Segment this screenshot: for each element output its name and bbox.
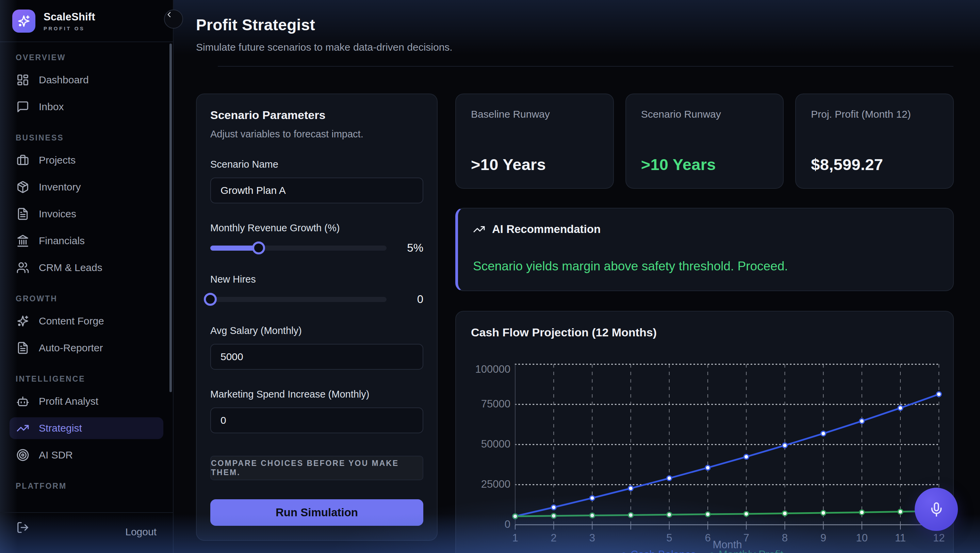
stat-value: $8,599.27: [811, 155, 938, 174]
file-icon: [16, 207, 29, 220]
svg-text:3: 3: [589, 532, 595, 544]
sidebar-section-label: PLATFORM: [16, 481, 163, 491]
cash-flow-chart-card: Cash Flow Projection (12 Months) 0250005…: [455, 311, 954, 553]
params-subtitle: Adjust variables to forecast impact.: [210, 129, 423, 140]
ai-recommendation-card: AI Recommendation Scenario yields margin…: [455, 208, 954, 291]
new-hires-slider-thumb[interactable]: [204, 293, 217, 306]
sidebar-section-business: BUSINESSProjectsInventoryInvoicesFinanci…: [10, 133, 163, 278]
sidebar-item-dashboard[interactable]: Dashboard: [10, 69, 163, 91]
svg-text:25000: 25000: [481, 478, 511, 490]
logout-button[interactable]: Logout: [10, 521, 163, 543]
sidebar-section-label: BUSINESS: [16, 133, 163, 143]
svg-text:0: 0: [504, 518, 511, 530]
sidebar-item-invoices[interactable]: Invoices: [10, 203, 163, 225]
sidebar-item-ai-sdr[interactable]: AI SDR: [10, 444, 163, 466]
svg-text:100000: 100000: [476, 363, 511, 375]
page-subtitle: Simulate future scenarios to make data-d…: [196, 41, 980, 53]
scenario-parameters-card: Scenario Parameters Adjust variables to …: [196, 94, 438, 541]
app-tagline: PROFIT OS: [43, 25, 95, 31]
sidebar-nav: OVERVIEWDashboardInboxBUSINESSProjectsIn…: [0, 43, 173, 519]
sidebar-item-label: Dashboard: [39, 74, 89, 86]
sidebar-item-content-forge[interactable]: Content Forge: [10, 310, 163, 332]
microphone-icon: [929, 502, 944, 517]
app-logo: [12, 10, 35, 33]
svg-text:7: 7: [743, 532, 749, 544]
svg-text:75000: 75000: [481, 398, 511, 410]
dashboard-icon: [16, 73, 29, 86]
sidebar-item-crm-leads[interactable]: CRM & Leads: [10, 257, 163, 278]
run-simulation-button[interactable]: Run Simulation: [210, 499, 423, 526]
sidebar-section-growth: GROWTHContent ForgeAuto-Reporter: [10, 294, 163, 359]
svg-text:Monthly Profit: Monthly Profit: [719, 548, 783, 553]
inbox-icon: [16, 100, 29, 113]
sidebar-item-label: Inventory: [39, 181, 81, 193]
avg-salary-input[interactable]: [210, 344, 423, 370]
app-name: ScaleShift: [43, 11, 95, 23]
sidebar-item-financials[interactable]: Financials: [10, 230, 163, 252]
file-icon: [16, 342, 29, 354]
sidebar-scrollbar[interactable]: [169, 43, 172, 392]
target-icon: [16, 448, 29, 461]
revenue-growth-slider-thumb[interactable]: [252, 242, 265, 254]
stat-label: Proj. Profit (Month 12): [811, 108, 938, 120]
stat-card-proj-profit-month-12-: Proj. Profit (Month 12)$8,599.27: [795, 94, 954, 189]
bank-icon: [16, 234, 29, 247]
sidebar-item-label: Content Forge: [39, 315, 104, 327]
sidebar-section-platform: PLATFORM: [10, 481, 163, 491]
params-title: Scenario Parameters: [210, 108, 423, 122]
bot-icon: [16, 395, 29, 408]
sidebar-item-profit-analyst[interactable]: Profit Analyst: [10, 391, 163, 412]
sparkles-icon: [16, 315, 29, 327]
sidebar-item-auto-reporter[interactable]: Auto-Reporter: [10, 337, 163, 359]
svg-text:11: 11: [895, 532, 906, 544]
page-title: Profit Strategist: [196, 16, 980, 34]
new-hires-value: 0: [397, 293, 423, 306]
new-hires-slider[interactable]: [210, 292, 387, 306]
page-header: Profit Strategist Simulate future scenar…: [174, 0, 980, 67]
sidebar-item-label: Projects: [39, 154, 76, 166]
logout-label: Logout: [125, 526, 156, 538]
svg-text:9: 9: [821, 532, 826, 544]
svg-text:12: 12: [933, 532, 945, 544]
sidebar-item-label: CRM & Leads: [39, 262, 102, 273]
scenario-name-label: Scenario Name: [210, 159, 423, 170]
sidebar-item-label: Strategist: [39, 423, 82, 434]
sparkles-icon: [17, 14, 30, 28]
sidebar-item-label: Inbox: [39, 101, 64, 113]
scenario-name-input[interactable]: [210, 178, 423, 203]
chevron-left-icon: [165, 10, 182, 28]
revenue-growth-value: 5%: [397, 242, 423, 254]
sidebar-divider: [0, 41, 173, 42]
sidebar-item-strategist[interactable]: Strategist: [10, 417, 163, 439]
cash-flow-line-chart: 025000500007500010000012356789101112Mont…: [456, 311, 954, 553]
marketing-spend-input[interactable]: [210, 407, 423, 433]
logout-icon: [16, 521, 116, 543]
revenue-growth-slider[interactable]: [210, 241, 387, 255]
stat-label: Scenario Runway: [641, 108, 768, 120]
sidebar-item-inbox[interactable]: Inbox: [10, 96, 163, 118]
svg-text:6: 6: [705, 532, 711, 544]
new-hires-label: New Hires: [210, 274, 423, 285]
avg-salary-label: Avg Salary (Monthly): [210, 325, 423, 336]
right-column: Baseline Runway>10 YearsScenario Runway>…: [455, 94, 954, 553]
briefcase-icon: [16, 154, 29, 167]
revenue-growth-label: Monthly Revenue Growth (%): [210, 222, 423, 234]
marketing-spend-label: Marketing Spend Increase (Monthly): [210, 389, 423, 400]
sidebar-item-projects[interactable]: Projects: [10, 149, 163, 171]
sidebar-section-label: INTELLIGENCE: [16, 375, 163, 384]
sidebar-collapse-button[interactable]: [164, 10, 183, 29]
ai-recommendation-title: AI Recommendation: [492, 223, 601, 236]
ai-recommendation-message: Scenario yields margin above safety thre…: [473, 259, 938, 276]
sidebar-item-label: Invoices: [39, 208, 76, 220]
stat-card-scenario-runway: Scenario Runway>10 Years: [625, 94, 784, 189]
sidebar: ScaleShift PROFIT OS OVERVIEWDashboardIn…: [0, 0, 173, 553]
stat-card-baseline-runway: Baseline Runway>10 Years: [455, 94, 614, 189]
svg-text:Cash Balance: Cash Balance: [630, 548, 696, 553]
trending-up-icon: [473, 223, 485, 235]
sidebar-item-label: Financials: [39, 235, 85, 246]
users-icon: [16, 261, 29, 274]
sidebar-item-inventory[interactable]: Inventory: [10, 176, 163, 198]
sidebar-item-label: Profit Analyst: [39, 396, 98, 407]
voice-assistant-button[interactable]: [915, 488, 958, 531]
sidebar-section-label: OVERVIEW: [16, 53, 163, 62]
